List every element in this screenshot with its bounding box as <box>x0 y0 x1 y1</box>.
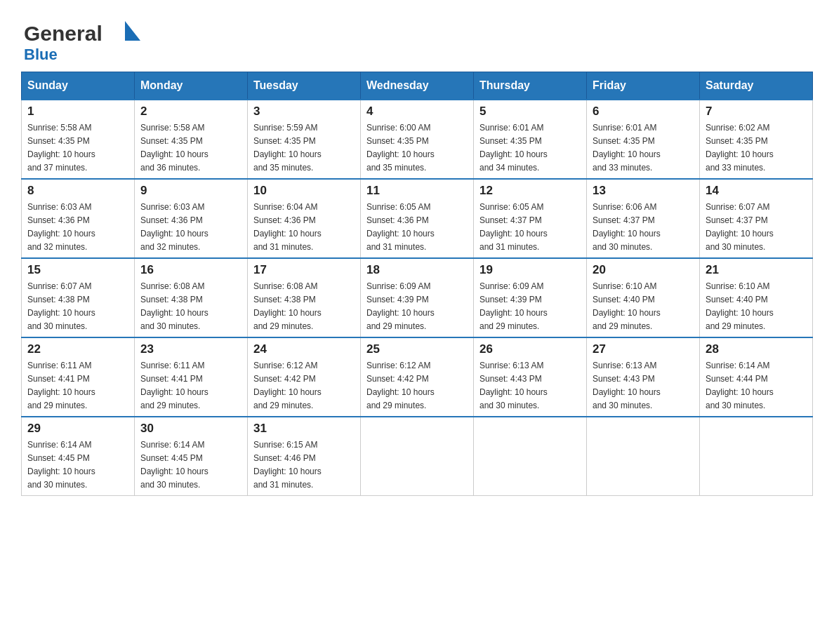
day-number: 25 <box>366 342 468 356</box>
day-info: Sunrise: 6:10 AMSunset: 4:40 PMDaylight:… <box>593 281 661 331</box>
day-cell: 15 Sunrise: 6:07 AMSunset: 4:38 PMDaylig… <box>22 258 135 337</box>
page-header: General Blue <box>21 14 813 65</box>
day-number: 20 <box>593 263 694 277</box>
day-info: Sunrise: 6:12 AMSunset: 4:42 PMDaylight:… <box>366 361 435 410</box>
day-info: Sunrise: 6:12 AMSunset: 4:42 PMDaylight:… <box>253 361 322 410</box>
day-number: 27 <box>593 342 694 356</box>
day-info: Sunrise: 6:13 AMSunset: 4:43 PMDaylight:… <box>479 361 548 410</box>
day-cell: 28 Sunrise: 6:14 AMSunset: 4:44 PMDaylig… <box>700 337 813 417</box>
week-row-3: 15 Sunrise: 6:07 AMSunset: 4:38 PMDaylig… <box>22 258 813 337</box>
day-info: Sunrise: 6:09 AMSunset: 4:39 PMDaylight:… <box>366 281 435 331</box>
day-cell: 12 Sunrise: 6:05 AMSunset: 4:37 PMDaylig… <box>474 179 587 258</box>
day-cell: 8 Sunrise: 6:03 AMSunset: 4:36 PMDayligh… <box>22 179 135 258</box>
day-cell <box>700 417 813 496</box>
day-cell: 22 Sunrise: 6:11 AMSunset: 4:41 PMDaylig… <box>22 337 135 417</box>
calendar-header: SundayMondayTuesdayWednesdayThursdayFrid… <box>22 72 813 100</box>
day-info: Sunrise: 6:06 AMSunset: 4:37 PMDaylight:… <box>593 202 661 252</box>
day-number: 28 <box>706 342 807 356</box>
logo: General Blue <box>21 14 140 65</box>
day-info: Sunrise: 6:05 AMSunset: 4:36 PMDaylight:… <box>366 202 435 252</box>
day-cell: 2 Sunrise: 5:58 AMSunset: 4:35 PMDayligh… <box>135 100 248 179</box>
col-header-wednesday: Wednesday <box>361 72 474 100</box>
svg-marker-1 <box>125 21 140 41</box>
day-number: 31 <box>253 422 355 436</box>
day-info: Sunrise: 6:02 AMSunset: 4:35 PMDaylight:… <box>706 123 774 173</box>
day-cell: 31 Sunrise: 6:15 AMSunset: 4:46 PMDaylig… <box>248 417 361 496</box>
day-cell: 26 Sunrise: 6:13 AMSunset: 4:43 PMDaylig… <box>474 337 587 417</box>
svg-text:General: General <box>24 22 102 45</box>
day-info: Sunrise: 6:04 AMSunset: 4:36 PMDaylight:… <box>253 202 322 252</box>
day-cell: 17 Sunrise: 6:08 AMSunset: 4:38 PMDaylig… <box>248 258 361 337</box>
day-info: Sunrise: 6:09 AMSunset: 4:39 PMDaylight:… <box>479 281 548 331</box>
week-row-5: 29 Sunrise: 6:14 AMSunset: 4:45 PMDaylig… <box>22 417 813 496</box>
col-header-friday: Friday <box>587 72 700 100</box>
logo-svg: General Blue <box>21 14 140 65</box>
day-number: 14 <box>706 184 807 198</box>
day-cell: 29 Sunrise: 6:14 AMSunset: 4:45 PMDaylig… <box>22 417 135 496</box>
day-number: 12 <box>479 184 581 198</box>
header-row: SundayMondayTuesdayWednesdayThursdayFrid… <box>22 72 813 100</box>
day-info: Sunrise: 6:03 AMSunset: 4:36 PMDaylight:… <box>140 202 208 252</box>
day-cell: 25 Sunrise: 6:12 AMSunset: 4:42 PMDaylig… <box>361 337 474 417</box>
day-number: 13 <box>593 184 694 198</box>
day-info: Sunrise: 6:15 AMSunset: 4:46 PMDaylight:… <box>253 440 322 490</box>
week-row-4: 22 Sunrise: 6:11 AMSunset: 4:41 PMDaylig… <box>22 337 813 417</box>
col-header-thursday: Thursday <box>474 72 587 100</box>
day-info: Sunrise: 6:03 AMSunset: 4:36 PMDaylight:… <box>27 202 95 252</box>
day-number: 23 <box>140 342 241 356</box>
day-number: 3 <box>253 105 355 119</box>
day-info: Sunrise: 6:14 AMSunset: 4:44 PMDaylight:… <box>706 361 774 410</box>
day-number: 10 <box>253 184 355 198</box>
day-info: Sunrise: 6:07 AMSunset: 4:38 PMDaylight:… <box>27 281 95 331</box>
svg-text:Blue: Blue <box>24 46 58 63</box>
day-cell: 24 Sunrise: 6:12 AMSunset: 4:42 PMDaylig… <box>248 337 361 417</box>
day-info: Sunrise: 6:14 AMSunset: 4:45 PMDaylight:… <box>27 440 95 490</box>
day-number: 7 <box>706 105 807 119</box>
col-header-sunday: Sunday <box>22 72 135 100</box>
day-info: Sunrise: 6:08 AMSunset: 4:38 PMDaylight:… <box>140 281 208 331</box>
day-info: Sunrise: 6:01 AMSunset: 4:35 PMDaylight:… <box>479 123 548 173</box>
day-number: 4 <box>366 105 468 119</box>
day-cell: 16 Sunrise: 6:08 AMSunset: 4:38 PMDaylig… <box>135 258 248 337</box>
day-number: 21 <box>706 263 807 277</box>
calendar-table: SundayMondayTuesdayWednesdayThursdayFrid… <box>21 72 813 496</box>
day-number: 29 <box>27 422 128 436</box>
day-cell: 14 Sunrise: 6:07 AMSunset: 4:37 PMDaylig… <box>700 179 813 258</box>
day-number: 24 <box>253 342 355 356</box>
day-info: Sunrise: 6:05 AMSunset: 4:37 PMDaylight:… <box>479 202 548 252</box>
day-info: Sunrise: 6:07 AMSunset: 4:37 PMDaylight:… <box>706 202 774 252</box>
day-info: Sunrise: 5:58 AMSunset: 4:35 PMDaylight:… <box>27 123 95 173</box>
calendar-body: 1 Sunrise: 5:58 AMSunset: 4:35 PMDayligh… <box>22 100 813 496</box>
day-info: Sunrise: 6:13 AMSunset: 4:43 PMDaylight:… <box>593 361 661 410</box>
day-info: Sunrise: 6:00 AMSunset: 4:35 PMDaylight:… <box>366 123 435 173</box>
day-cell: 30 Sunrise: 6:14 AMSunset: 4:45 PMDaylig… <box>135 417 248 496</box>
day-cell: 18 Sunrise: 6:09 AMSunset: 4:39 PMDaylig… <box>361 258 474 337</box>
day-number: 1 <box>27 105 128 119</box>
day-number: 15 <box>27 263 128 277</box>
day-cell <box>587 417 700 496</box>
day-cell: 20 Sunrise: 6:10 AMSunset: 4:40 PMDaylig… <box>587 258 700 337</box>
day-cell <box>361 417 474 496</box>
day-cell: 7 Sunrise: 6:02 AMSunset: 4:35 PMDayligh… <box>700 100 813 179</box>
day-number: 19 <box>479 263 581 277</box>
day-number: 26 <box>479 342 581 356</box>
col-header-tuesday: Tuesday <box>248 72 361 100</box>
day-number: 5 <box>479 105 581 119</box>
day-number: 18 <box>366 263 468 277</box>
day-number: 16 <box>140 263 241 277</box>
week-row-1: 1 Sunrise: 5:58 AMSunset: 4:35 PMDayligh… <box>22 100 813 179</box>
day-info: Sunrise: 5:58 AMSunset: 4:35 PMDaylight:… <box>140 123 208 173</box>
day-info: Sunrise: 6:11 AMSunset: 4:41 PMDaylight:… <box>27 361 95 410</box>
day-info: Sunrise: 5:59 AMSunset: 4:35 PMDaylight:… <box>253 123 322 173</box>
day-info: Sunrise: 6:01 AMSunset: 4:35 PMDaylight:… <box>593 123 661 173</box>
day-cell <box>474 417 587 496</box>
day-number: 30 <box>140 422 241 436</box>
day-info: Sunrise: 6:10 AMSunset: 4:40 PMDaylight:… <box>706 281 774 331</box>
day-cell: 1 Sunrise: 5:58 AMSunset: 4:35 PMDayligh… <box>22 100 135 179</box>
day-cell: 23 Sunrise: 6:11 AMSunset: 4:41 PMDaylig… <box>135 337 248 417</box>
day-cell: 3 Sunrise: 5:59 AMSunset: 4:35 PMDayligh… <box>248 100 361 179</box>
day-number: 6 <box>593 105 694 119</box>
day-info: Sunrise: 6:08 AMSunset: 4:38 PMDaylight:… <box>253 281 322 331</box>
day-info: Sunrise: 6:11 AMSunset: 4:41 PMDaylight:… <box>140 361 208 410</box>
week-row-2: 8 Sunrise: 6:03 AMSunset: 4:36 PMDayligh… <box>22 179 813 258</box>
